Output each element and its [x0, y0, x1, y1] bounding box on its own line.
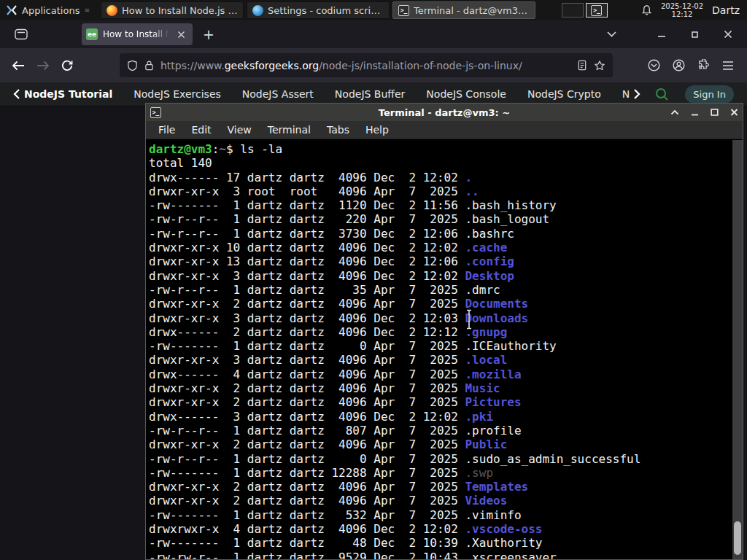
terminal-listing-row: drwxr-xr-x 2 dartz dartz 4096 Apr 7 2025… [149, 480, 732, 494]
site-favicon: ee [86, 28, 98, 40]
url-bar[interactable]: https://www.geeksforgeeks.org/node-js/in… [120, 53, 613, 77]
terminal-output[interactable]: dartz@vm3:~$ ls -la total 140 drwx------… [146, 140, 732, 559]
workspace-2-active[interactable]: >_ [586, 3, 608, 18]
top-panel: Applications ≡ How to Install Node.js o.… [0, 0, 747, 20]
file-name: .swp [465, 466, 493, 480]
subnav-link[interactable]: NodeJS Exercises [133, 88, 221, 100]
subnav-link[interactable]: NodeJS DNS [622, 88, 630, 100]
terminal-menu-view[interactable]: View [221, 122, 258, 137]
forward-icon[interactable] [32, 56, 54, 75]
notification-bell-icon[interactable] [641, 4, 652, 16]
terminal-listing-row: -rw-r--r-- 1 dartz dartz 807 Apr 7 2025 … [149, 424, 732, 438]
toolbar-extensions-area [648, 59, 740, 71]
tab-title: How to Install Node.js on [103, 29, 169, 39]
file-name: .pki [465, 410, 493, 424]
url-text[interactable]: https://www.geeksforgeeks.org/node-js/in… [160, 60, 570, 71]
hamburger-menu-icon[interactable] [722, 61, 734, 71]
text-cursor-pointer [465, 309, 473, 330]
account-icon[interactable] [673, 59, 685, 71]
terminal-listing-row: -rw------- 1 dartz dartz 1120 Dec 2 11:5… [149, 198, 732, 212]
terminal-listing-row: -rw------- 1 dartz dartz 48 Dec 2 10:39 … [149, 536, 732, 550]
reader-mode-icon[interactable] [577, 60, 587, 71]
terminal-listing-row: -rw-r--r-- 1 dartz dartz 0 Apr 7 2025 .s… [149, 452, 732, 466]
file-name: .viminfo [465, 508, 521, 522]
terminal-menu-tabs[interactable]: Tabs [320, 122, 356, 137]
terminal-menu-terminal[interactable]: Terminal [261, 122, 317, 137]
terminal-listing-row: drwxr-xr-x 2 dartz dartz 4096 Apr 7 2025… [149, 494, 732, 508]
subnav-links: NodeJS TutorialNodeJS ExercisesNodeJS As… [24, 88, 630, 100]
terminal-listing-row: drwx------ 3 dartz dartz 4096 Dec 2 12:0… [149, 410, 732, 424]
back-icon[interactable] [7, 56, 29, 75]
extensions-puzzle-icon[interactable] [697, 59, 710, 71]
terminal-close-icon[interactable] [730, 109, 738, 116]
terminal-listing-row: drwx------ 4 dartz dartz 4096 Apr 7 2025… [149, 368, 732, 381]
terminal-listing-row: -rw------- 1 dartz dartz 532 Apr 7 2025 … [149, 508, 732, 522]
file-name: Videos [465, 494, 507, 508]
taskbar-button[interactable]: >_Terminal - dartz@vm3: ~ [392, 1, 535, 19]
tracking-shield-icon[interactable] [127, 60, 138, 71]
subnav-link[interactable]: NodeJS Assert [242, 88, 314, 100]
terminal-listing-row: drwxr-xr-x 2 dartz dartz 4096 Apr 7 2025… [149, 395, 732, 409]
terminal-listing-row: drwxr-xr-x 3 root root 4096 Apr 7 2025 .… [149, 184, 732, 198]
terminal-maximize-icon[interactable] [711, 109, 719, 116]
file-name: .. [465, 184, 479, 198]
terminal-minimize-icon[interactable] [691, 109, 699, 116]
lock-icon[interactable] [144, 60, 154, 71]
tab-close-icon[interactable] [174, 28, 188, 42]
terminal-window: >_ Terminal - dartz@vm3: ~ FileEditViewT… [145, 103, 743, 560]
file-name: .config [465, 254, 514, 268]
terminal-listing-row: drwxr-xr-x 13 dartz dartz 4096 Dec 2 12:… [149, 254, 732, 268]
subnav-scroll-right-icon[interactable] [634, 89, 640, 99]
url-scheme: https://www. [160, 60, 225, 71]
shade-window-icon[interactable] [670, 109, 679, 116]
subnav-link[interactable]: NodeJS Tutorial [24, 88, 112, 100]
reload-icon[interactable] [57, 55, 77, 76]
applications-menu-button[interactable]: Applications ≡ [0, 0, 99, 20]
scrollbar-thumb[interactable] [734, 521, 741, 555]
clock[interactable]: 2025-12-02 12:12 [661, 2, 703, 18]
workspace-1[interactable] [562, 3, 584, 18]
user-menu[interactable]: Dartz [712, 4, 740, 16]
terminal-listing-row: drwxrwxr-x 4 dartz dartz 4096 Dec 2 12:0… [149, 522, 732, 536]
terminal-listing-row: drwx------ 17 dartz dartz 4096 Dec 2 12:… [149, 171, 732, 184]
firefox-view-icon[interactable] [10, 24, 32, 44]
subnav-link[interactable]: NodeJS Crypto [527, 88, 601, 100]
subnav-scroll-left-icon[interactable] [13, 89, 20, 99]
terminal-prompt-line: dartz@vm3:~$ ls -la [149, 142, 732, 156]
new-tab-button[interactable]: + [203, 26, 214, 42]
url-domain: geeksforgeeks.org [225, 60, 319, 71]
browser-tab[interactable]: ee How to Install Node.js on [82, 23, 193, 45]
terminal-menu-help[interactable]: Help [359, 122, 395, 137]
close-window-icon[interactable] [721, 27, 735, 42]
terminal-scrollbar[interactable] [732, 140, 743, 559]
browser-toolbar: https://www.geeksforgeeks.org/node-js/in… [0, 48, 747, 82]
file-name: Documents [465, 297, 528, 311]
terminal-listing-row: drwxr-xr-x 10 dartz dartz 4096 Dec 2 12:… [149, 241, 732, 254]
file-name: Music [465, 381, 500, 395]
list-all-tabs-icon[interactable] [604, 28, 619, 40]
terminal-menu-edit[interactable]: Edit [185, 122, 217, 137]
sign-in-button[interactable]: Sign In [685, 85, 734, 104]
maximize-icon[interactable] [688, 28, 702, 42]
taskbar-button[interactable]: Settings - codium script... [247, 1, 390, 19]
file-name: .Xauthority [465, 536, 542, 550]
subnav-link[interactable]: NodeJS Buffer [335, 88, 406, 100]
terminal-listing-row: -rw------- 1 dartz dartz 12288 Apr 7 202… [149, 466, 732, 480]
subnav-link[interactable]: NodeJS Console [426, 88, 506, 100]
minimize-icon[interactable] [654, 27, 669, 42]
url-path: /node-js/installation-of-node-js-on-linu… [319, 60, 522, 71]
file-name: .bash_history [465, 198, 556, 212]
terminal-menu-file[interactable]: File [152, 122, 182, 137]
terminal-listing-row: -rw------- 1 dartz dartz 0 Apr 7 2025 .I… [149, 339, 732, 353]
pocket-icon[interactable] [648, 59, 660, 71]
terminal-titlebar[interactable]: >_ Terminal - dartz@vm3: ~ [146, 104, 743, 121]
file-name: Public [465, 438, 507, 451]
clock-time: 12:12 [661, 10, 703, 18]
terminal-listing-row: -rw-r--r-- 1 dartz dartz 3730 Dec 2 12:0… [149, 227, 732, 241]
workspace-switcher[interactable]: >_ [562, 3, 608, 18]
site-search-icon[interactable] [655, 88, 669, 101]
taskbar-button[interactable]: How to Install Node.js o... [101, 1, 244, 19]
terminal-listing-row: -rw-r--r-- 1 dartz dartz 220 Apr 7 2025 … [149, 212, 732, 226]
bookmark-star-icon[interactable] [594, 60, 605, 71]
file-name: .vscode-oss [465, 522, 542, 536]
